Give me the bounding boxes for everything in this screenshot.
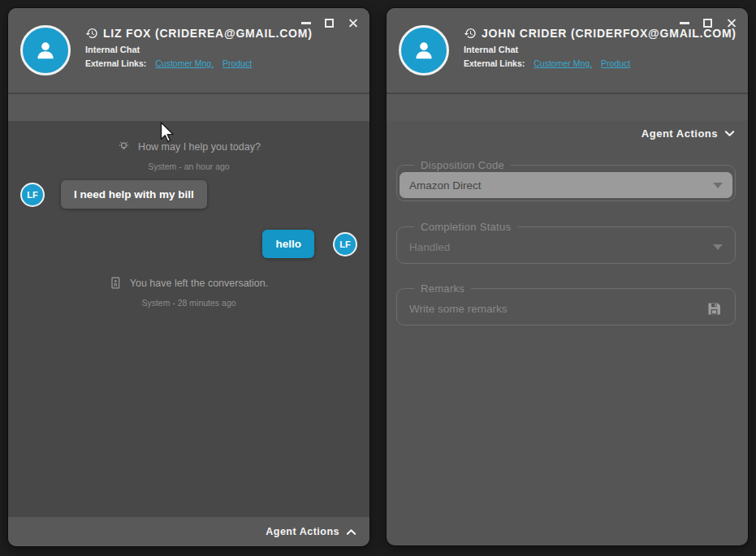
system-message-text: You have left the conversation. [130, 278, 269, 289]
agent-actions-label: Agent Actions [642, 127, 718, 140]
minimize-icon[interactable] [301, 22, 311, 24]
save-remarks-button[interactable] [706, 300, 723, 317]
window-header: JOHN CRIDER (CRIDERFOX@GMAIL.COM) Intern… [387, 8, 748, 93]
history-icon [464, 27, 477, 40]
chevron-up-icon [346, 528, 356, 536]
disposition-code-field: Disposition Code Amazon Direct [396, 159, 736, 201]
avatar: LF [20, 183, 45, 207]
remarks-label: Remarks [414, 282, 471, 295]
completion-status-label: Completion Status [414, 221, 517, 233]
window-title: LIZ FOX (CRIDEREA@GMAIL.COM) [103, 27, 313, 40]
close-icon[interactable] [348, 18, 358, 28]
window-title: JOHN CRIDER (CRIDERFOX@GMAIL.COM) [482, 27, 737, 40]
chevron-down-icon [724, 130, 735, 137]
avatar [20, 25, 71, 75]
disposition-code-select[interactable]: Amazon Direct [400, 172, 732, 198]
system-message-text: How may I help you today? [138, 141, 261, 153]
minimize-icon[interactable] [680, 22, 689, 24]
channel-label: Internal Chat [464, 45, 737, 54]
incoming-message-row: LF I need help with my bill [20, 180, 207, 209]
remarks-field: Remarks [396, 282, 736, 325]
save-icon [706, 300, 723, 317]
system-message-meta: System - 28 minutes ago [8, 298, 369, 308]
completion-status-value: Handled [409, 241, 450, 253]
completion-status-field: Completion Status Handled [396, 221, 736, 264]
outgoing-message-row: hello LF [262, 230, 357, 258]
person-icon [410, 37, 438, 64]
maximize-icon[interactable] [325, 19, 334, 28]
system-message: How may I help you today? System - an ho… [8, 140, 369, 171]
disposition-code-value: Amazon Direct [409, 179, 482, 192]
toolbar-strip [387, 93, 748, 121]
avatar: LF [333, 232, 357, 256]
disposition-code-label: Disposition Code [414, 159, 511, 171]
product-link[interactable]: Product [222, 58, 252, 68]
external-links-label: External Links: [464, 58, 525, 68]
channel-label: Internal Chat [85, 45, 313, 54]
agent-actions-toggle[interactable]: Agent Actions [642, 127, 735, 140]
person-icon [32, 37, 59, 64]
customer-mng-link[interactable]: Customer Mng. [155, 58, 214, 68]
toolbar-strip [8, 93, 369, 121]
header-text: LIZ FOX (CRIDEREA@GMAIL.COM) Internal Ch… [85, 27, 313, 68]
chat-window-liz-fox: LIZ FOX (CRIDEREA@GMAIL.COM) Internal Ch… [8, 8, 369, 546]
system-message: You have left the conversation. System -… [8, 276, 369, 308]
agent-actions-label: Agent Actions [266, 526, 339, 537]
window-header: LIZ FOX (CRIDEREA@GMAIL.COM) Internal Ch… [8, 8, 369, 93]
agent-actions-toggle[interactable]: Agent Actions [8, 517, 369, 546]
completion-status-select[interactable]: Handled [400, 234, 732, 260]
lightbulb-icon [117, 140, 131, 153]
system-message-meta: System - an hour ago [8, 162, 369, 171]
avatar [399, 25, 449, 75]
dropdown-arrow-icon [713, 244, 723, 250]
external-links-label: External Links: [85, 58, 146, 68]
dropdown-arrow-icon [713, 183, 723, 188]
maximize-icon[interactable] [703, 19, 712, 28]
history-icon [85, 27, 98, 40]
incoming-message-bubble: I need help with my bill [61, 180, 207, 209]
door-exit-icon [110, 276, 123, 290]
product-link[interactable]: Product [601, 58, 630, 68]
chat-message-area[interactable]: How may I help you today? System - an ho… [8, 123, 369, 517]
remarks-input[interactable] [409, 303, 706, 315]
outgoing-message-bubble: hello [262, 230, 314, 258]
header-text: JOHN CRIDER (CRIDERFOX@GMAIL.COM) Intern… [464, 27, 737, 68]
customer-mng-link[interactable]: Customer Mng. [534, 58, 592, 68]
chat-window-john-crider: JOHN CRIDER (CRIDERFOX@GMAIL.COM) Intern… [387, 8, 748, 545]
